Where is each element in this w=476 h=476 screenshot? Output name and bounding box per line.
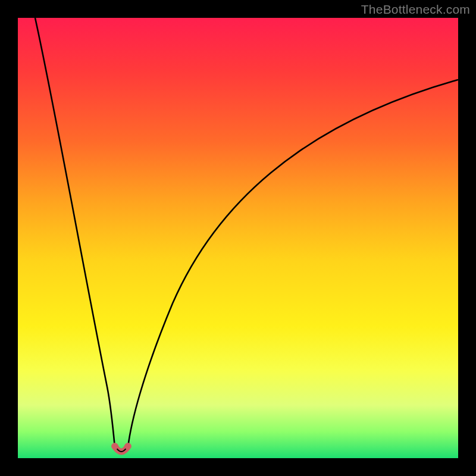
- curve-left-branch: [35, 18, 115, 447]
- curve-right-branch: [128, 80, 458, 447]
- plot-area: [18, 18, 458, 458]
- u-end-dot-left: [111, 443, 118, 450]
- watermark-text: TheBottleneck.com: [361, 2, 470, 17]
- bottleneck-curve: [18, 18, 458, 458]
- chart-frame: TheBottleneck.com: [0, 0, 476, 476]
- u-end-dot-right: [124, 443, 131, 450]
